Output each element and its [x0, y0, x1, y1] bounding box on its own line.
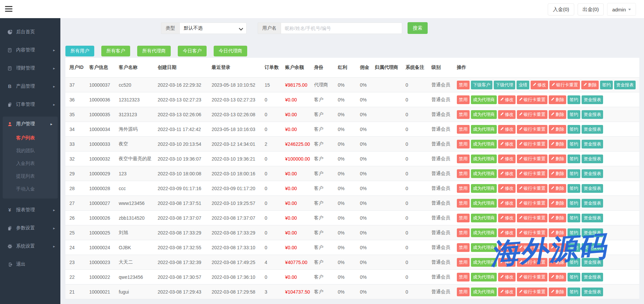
action-button[interactable]: 删除 — [549, 288, 566, 296]
action-button[interactable]: 资金报表 — [582, 110, 603, 119]
action-button[interactable]: 银行卡重置 — [517, 288, 547, 296]
action-button[interactable]: 修改 — [498, 155, 516, 163]
action-button[interactable]: 签约 — [568, 169, 580, 178]
action-button[interactable]: 银行卡重置 — [517, 110, 547, 119]
type-select[interactable]: 默认不选 — [179, 23, 247, 34]
quick-filter-button-2[interactable]: 所有代理商 — [137, 46, 171, 56]
action-button[interactable]: 银行卡重置 — [549, 81, 580, 89]
action-button[interactable]: 成为代理商 — [471, 184, 497, 193]
action-button[interactable]: 资金报表 — [582, 228, 603, 237]
sidebar-subitem[interactable]: 客户列表 — [3, 131, 58, 144]
action-button[interactable]: 禁用 — [457, 214, 470, 222]
action-button[interactable]: 资金报表 — [582, 273, 603, 281]
action-button[interactable]: 签约 — [568, 258, 580, 267]
action-button[interactable]: 资金报表 — [582, 214, 603, 222]
quick-filter-button-4[interactable]: 今日代理商 — [214, 46, 247, 56]
action-button[interactable]: 资金报表 — [582, 155, 603, 163]
quick-filter-button-1[interactable]: 所有客户 — [101, 46, 130, 56]
action-button[interactable]: 成为代理商 — [471, 199, 497, 208]
sidebar-subitem[interactable]: 提现列表 — [3, 170, 58, 182]
action-button[interactable]: 禁用 — [457, 199, 470, 208]
action-button[interactable]: 业绩 — [517, 81, 529, 89]
action-button[interactable]: 修改 — [498, 110, 516, 119]
sidebar-item-finance[interactable]: 理财管理▸ — [0, 61, 60, 75]
action-button[interactable]: 修改 — [498, 169, 516, 178]
action-button[interactable]: 成为代理商 — [471, 95, 497, 104]
username-input[interactable] — [281, 23, 402, 34]
action-button[interactable]: 资金报表 — [582, 125, 603, 134]
action-button[interactable]: 修改 — [498, 228, 516, 237]
action-button[interactable]: 成为代理商 — [471, 155, 497, 163]
withdraw-button[interactable]: 出金(0) — [578, 3, 604, 15]
action-button[interactable]: 资金报表 — [614, 81, 636, 89]
action-button[interactable]: 删除 — [549, 125, 566, 134]
action-button[interactable]: 删除 — [549, 155, 566, 163]
action-button[interactable]: 银行卡重置 — [517, 214, 547, 222]
action-button[interactable]: 删除 — [581, 81, 599, 89]
action-button[interactable]: 成为代理商 — [471, 169, 497, 178]
quick-filter-button-0[interactable]: 所有用户 — [65, 46, 94, 56]
action-button[interactable]: 资金报表 — [582, 184, 603, 193]
action-button[interactable]: 修改 — [498, 184, 516, 193]
action-button[interactable]: 禁用 — [457, 140, 470, 148]
action-button[interactable]: 银行卡重置 — [517, 228, 547, 237]
action-button[interactable]: 成为代理商 — [471, 243, 497, 252]
action-button[interactable]: 删除 — [549, 199, 566, 208]
action-button[interactable]: 修改 — [498, 273, 516, 281]
action-button[interactable]: 资金报表 — [582, 95, 603, 104]
action-button[interactable]: 修改 — [498, 214, 516, 222]
action-button[interactable]: 签约 — [568, 199, 580, 208]
action-button[interactable]: 签约 — [568, 228, 580, 237]
action-button[interactable]: 签约 — [568, 273, 580, 281]
action-button[interactable]: 成为代理商 — [471, 288, 497, 296]
sidebar-subitem[interactable]: 入金列表 — [3, 157, 58, 170]
action-button[interactable]: 资金报表 — [582, 243, 603, 252]
deposit-button[interactable]: 入金(0) — [548, 3, 574, 15]
action-button[interactable]: 签约 — [568, 140, 580, 148]
sidebar-item-content[interactable]: 内容管理▸ — [0, 43, 60, 57]
action-button[interactable]: 修改 — [498, 125, 516, 134]
action-button[interactable]: 成为代理商 — [471, 258, 497, 267]
action-button[interactable]: 删除 — [549, 169, 566, 178]
sidebar-item-product[interactable]: B产品管理▸ — [0, 80, 60, 93]
action-button[interactable]: 银行卡重置 — [517, 169, 547, 178]
action-button[interactable]: 资金报表 — [582, 169, 603, 178]
action-button[interactable]: 删除 — [549, 184, 566, 193]
action-button[interactable]: 禁用 — [457, 110, 470, 119]
sidebar-subitem[interactable]: 手动入金 — [3, 182, 58, 195]
sidebar-item-report[interactable]: ¥报表管理▸ — [0, 203, 60, 217]
action-button[interactable]: 禁用 — [457, 243, 470, 252]
action-button[interactable]: 删除 — [549, 140, 566, 148]
sidebar-item-user[interactable]: 用户管理▸ — [3, 117, 58, 131]
action-button[interactable]: 下级代理 — [494, 81, 515, 89]
menu-toggle-icon[interactable] — [5, 6, 12, 12]
action-button[interactable]: 删除 — [549, 258, 566, 267]
action-button[interactable]: 成为代理商 — [471, 273, 497, 281]
action-button[interactable]: 禁用 — [457, 273, 470, 281]
action-button[interactable]: 银行卡重置 — [517, 95, 547, 104]
action-button[interactable]: 删除 — [549, 110, 566, 119]
action-button[interactable]: 签约 — [568, 155, 580, 163]
search-button[interactable]: 搜索 — [408, 22, 428, 34]
action-button[interactable]: 签约 — [600, 81, 613, 89]
action-button[interactable]: 删除 — [549, 228, 566, 237]
action-button[interactable]: 资金报表 — [582, 258, 603, 267]
action-button[interactable]: 禁用 — [457, 258, 470, 267]
action-button[interactable]: 签约 — [568, 243, 580, 252]
action-button[interactable]: 删除 — [549, 214, 566, 222]
action-button[interactable]: 修改 — [498, 140, 516, 148]
sidebar-item-home[interactable]: 后台首页 — [0, 25, 60, 39]
action-button[interactable]: 成为代理商 — [471, 110, 497, 119]
action-button[interactable]: 修改 — [498, 95, 516, 104]
action-button[interactable]: 删除 — [549, 95, 566, 104]
action-button[interactable]: 禁用 — [457, 184, 470, 193]
action-button[interactable]: 银行卡重置 — [517, 199, 547, 208]
action-button[interactable]: 下级客户 — [471, 81, 492, 89]
action-button[interactable]: 银行卡重置 — [517, 155, 547, 163]
action-button[interactable]: 禁用 — [457, 125, 470, 134]
admin-menu[interactable]: admin — [607, 3, 636, 16]
action-button[interactable]: 禁用 — [457, 95, 470, 104]
action-button[interactable]: 修改 — [498, 258, 516, 267]
action-button[interactable]: 签约 — [568, 288, 580, 296]
quick-filter-button-3[interactable]: 今日客户 — [178, 46, 207, 56]
